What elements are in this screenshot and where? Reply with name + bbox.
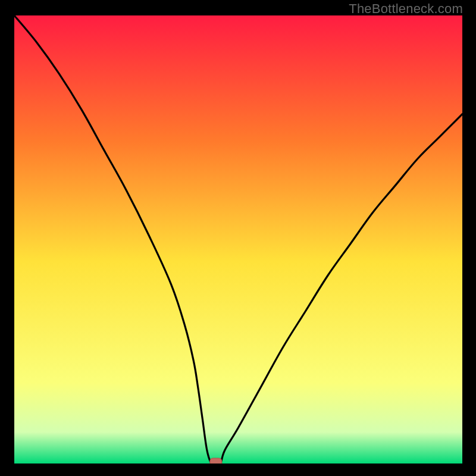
optimum-marker [210, 458, 222, 464]
chart-frame: TheBottleneck.com [0, 0, 476, 476]
watermark-text: TheBottleneck.com [349, 1, 463, 17]
gradient-background [14, 15, 462, 464]
chart-svg [14, 15, 462, 464]
plot-area [14, 15, 462, 464]
